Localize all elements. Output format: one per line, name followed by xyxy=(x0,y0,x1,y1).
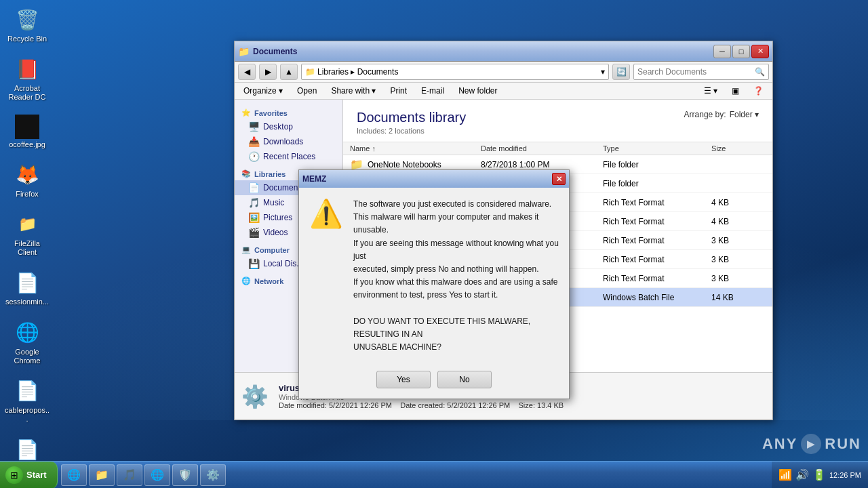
search-icon: 🔍 xyxy=(755,67,765,77)
tray-network-icon: 📶 xyxy=(778,468,792,481)
sidebar-item-downloads[interactable]: 📥 Downloads xyxy=(235,134,342,149)
recent-places-label: Recent Places xyxy=(263,152,315,161)
no-button[interactable]: No xyxy=(437,371,492,388)
email-menu[interactable]: E-mail xyxy=(416,84,450,98)
dialog-line9: UNUSABLE MACHINE? xyxy=(353,342,441,352)
desktop-icon-recycle-bin[interactable]: 🗑️ Recycle Bin xyxy=(2,3,53,46)
local-disk-label: Local Dis... xyxy=(263,259,303,268)
favorites-label: Favorites xyxy=(254,109,288,117)
taskbar-app-media[interactable]: 🎵 xyxy=(117,464,142,486)
desktop-icon-acrobat[interactable]: 📕 Acrobat Reader DC xyxy=(2,53,53,104)
col-date[interactable]: Date modified xyxy=(481,144,603,152)
address-bar-icon: 📁 xyxy=(305,67,315,77)
desktop: 🗑️ Recycle Bin 📕 Acrobat Reader DC ocoff… xyxy=(0,0,868,488)
print-menu[interactable]: Print xyxy=(384,84,412,98)
search-input[interactable] xyxy=(637,67,753,77)
date-modified-value: 5/2/2021 12:26 PM xyxy=(329,401,392,409)
date-created-label: Date created: xyxy=(400,401,445,409)
file-type: Rich Text Format xyxy=(603,255,711,264)
favorites-section[interactable]: ⭐ Favorites xyxy=(235,103,342,119)
acrobat-icon: 📕 xyxy=(14,56,41,83)
maximize-button[interactable]: □ xyxy=(732,45,750,58)
size-value: 13.4 KB xyxy=(537,401,564,409)
downloads-sidebar-icon: 📥 xyxy=(248,136,260,147)
col-name[interactable]: Name ↑ xyxy=(350,144,481,152)
new-folder-menu[interactable]: New folder xyxy=(453,84,502,98)
chrome-taskbar-icon: 🌐 xyxy=(151,468,164,481)
chrome-label: Google Chrome xyxy=(5,348,50,365)
coffee-icon xyxy=(15,115,39,139)
file-type: Rich Text Format xyxy=(603,217,711,226)
desktop-sidebar-icon: 🖥️ xyxy=(248,121,260,132)
file-type: File folder xyxy=(603,179,711,188)
col-size[interactable]: Size xyxy=(711,144,766,152)
file-list-header: Name ↑ Date modified Type Size xyxy=(343,142,772,155)
sidebar-item-recent-places[interactable]: 🕐 Recent Places xyxy=(235,149,342,164)
taskbar-time: 12:26 PM xyxy=(829,471,861,479)
start-button[interactable]: ⊞ Start xyxy=(0,462,58,489)
date-created-value: 5/2/2021 12:26 PM xyxy=(447,401,510,409)
desktop-icon-chrome[interactable]: 🌐 Google Chrome xyxy=(2,317,53,368)
minimize-button[interactable]: ─ xyxy=(713,45,731,58)
library-subtitle: Includes: 2 locations xyxy=(357,127,466,135)
coffee-label: ocoffee.jpg xyxy=(9,140,45,149)
search-box[interactable]: 🔍 xyxy=(633,64,769,80)
up-button[interactable]: ▲ xyxy=(280,64,298,80)
taskbar-app-control[interactable]: ⚙️ xyxy=(200,464,226,486)
taskbar-app-explorer[interactable]: 📁 xyxy=(89,464,115,486)
dialog-line8: DO YOU WANT TO EXECUTE THIS MALWARE, RES… xyxy=(353,317,530,339)
firefox-label: Firefox xyxy=(16,190,39,199)
pictures-icon: 🖼️ xyxy=(248,212,260,223)
forward-button[interactable]: ▶ xyxy=(259,64,277,80)
preview-button[interactable]: ▣ xyxy=(726,84,745,98)
arrange-by-value[interactable]: Folder ▾ xyxy=(730,110,759,119)
desktop-icon-cablepropos[interactable]: 📄 cablepropos... xyxy=(2,375,53,426)
help-button[interactable]: ❓ xyxy=(748,84,769,98)
sidebar-item-desktop[interactable]: 🖥️ Desktop xyxy=(235,119,342,134)
desktop-icon-filezilla[interactable]: 📁 FileZilla Client xyxy=(2,208,53,260)
explorer-window-icon: 📁 xyxy=(238,46,250,57)
desktop-icon-firefox[interactable]: 🦊 Firefox xyxy=(2,159,53,201)
organize-menu[interactable]: Organize ▾ xyxy=(238,84,288,98)
network-label: Network xyxy=(254,277,283,285)
documents-sidebar-icon: 📄 xyxy=(248,182,260,193)
address-bar[interactable]: 📁 Libraries ▸ Documents ▾ xyxy=(301,64,609,80)
dialog-line6: environment to test, press Yes to start … xyxy=(353,290,498,300)
yes-button[interactable]: Yes xyxy=(376,371,431,388)
dialog-close-button[interactable]: ✕ xyxy=(552,173,566,185)
memz-dialog: MEMZ ✕ ⚠️ The software you just executed… xyxy=(298,169,570,399)
explorer-window-title: Documents xyxy=(253,47,713,56)
status-meta: Date modified: 5/2/2021 12:26 PM Date cr… xyxy=(279,401,766,409)
desktop-icon-session[interactable]: 📄 sessionmin... xyxy=(2,266,53,309)
dialog-buttons: Yes No xyxy=(299,364,569,399)
share-with-menu[interactable]: Share with ▾ xyxy=(326,84,381,98)
cablepropos-label: cablepropos... xyxy=(5,406,50,424)
refresh-button[interactable]: 🔄 xyxy=(612,64,630,80)
taskbar-app-chrome[interactable]: 🌐 xyxy=(144,464,170,486)
dialog-line2: This malware will harm your computer and… xyxy=(353,212,538,235)
col-type[interactable]: Type xyxy=(603,144,711,152)
taskbar-app-antivirus[interactable]: 🛡️ xyxy=(172,464,198,486)
pictures-label: Pictures xyxy=(263,213,292,222)
file-type: Rich Text Format xyxy=(603,236,711,245)
back-button[interactable]: ◀ xyxy=(238,64,256,80)
arrange-by[interactable]: Arrange by: Folder ▾ xyxy=(684,110,759,119)
explorer-titlebar: 📁 Documents ─ □ ✕ xyxy=(235,41,772,62)
close-button[interactable]: ✕ xyxy=(751,45,769,58)
taskbar-app-ie[interactable]: 🌐 xyxy=(61,464,87,486)
explorer-taskbar-icon: 📁 xyxy=(95,468,108,481)
view-options-button[interactable]: ☰ ▾ xyxy=(698,84,723,98)
file-size: 4 KB xyxy=(711,217,766,226)
dialog-line5: If you know what this malware does and a… xyxy=(353,277,558,287)
computer-icon: 💻 xyxy=(241,245,251,254)
file-size: 3 KB xyxy=(711,274,766,283)
open-menu[interactable]: Open xyxy=(292,84,322,98)
dialog-line4: executed, simply press No and nothing wi… xyxy=(353,264,539,274)
tray-volume-icon: 🔊 xyxy=(795,468,809,481)
desktop-icon-coffee[interactable]: ocoffee.jpg xyxy=(2,112,53,152)
computer-label: Computer xyxy=(254,246,290,254)
address-bar-text: Libraries ▸ Documents xyxy=(317,67,398,77)
taskbar: ⊞ Start 🌐 📁 🎵 🌐 🛡️ ⚙️ 📶 xyxy=(0,461,868,488)
videos-icon: 🎬 xyxy=(248,227,260,238)
chrome-icon: 🌐 xyxy=(14,319,41,346)
